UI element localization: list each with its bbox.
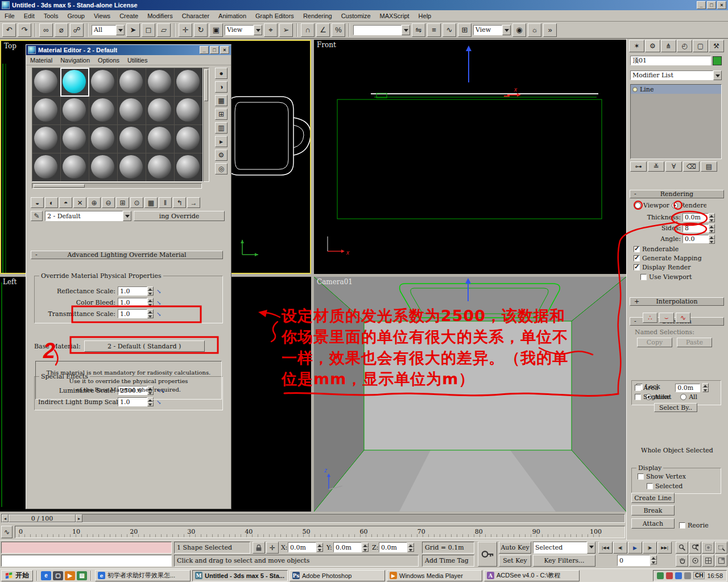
menu-navigation[interactable]: Navigation	[60, 57, 90, 64]
go-forward-sibling-icon[interactable]: →	[187, 197, 200, 208]
reorient-checkbox[interactable]	[679, 522, 685, 529]
material-sample[interactable]	[61, 97, 89, 124]
select-manipulate-icon[interactable]: ➢	[279, 23, 293, 37]
options-icon[interactable]: ⚙	[215, 149, 228, 161]
menu-graph-editors[interactable]: Graph Editors	[255, 13, 294, 19]
renderable-checkbox[interactable]	[634, 246, 640, 252]
quick-render-icon[interactable]: »	[543, 23, 557, 37]
assign-material-icon[interactable]: ◓	[59, 197, 72, 208]
selection-filter-combo[interactable]: All	[92, 25, 125, 35]
maximize-button[interactable]: □	[210, 46, 219, 54]
x-spinner[interactable]	[317, 543, 323, 552]
taskbar-task-acdsee[interactable]: AACDSee v4.0 - C:\教程	[484, 570, 580, 581]
tab-modify-icon[interactable]: ⚙	[645, 40, 660, 52]
quicklaunch-media-icon[interactable]: ▶	[65, 571, 75, 580]
material-sample[interactable]	[89, 125, 117, 153]
quicklaunch-ie-icon[interactable]: e	[41, 571, 51, 580]
configure-stack-icon[interactable]: ▤	[701, 161, 717, 172]
material-sample[interactable]	[118, 125, 146, 153]
unlink-icon[interactable]: ⌀	[55, 23, 68, 37]
tab-create-icon[interactable]: ✶	[629, 40, 644, 52]
track-bar-ruler[interactable]: 0102030405060708090100	[15, 526, 625, 538]
angle-spinner[interactable]	[709, 235, 715, 244]
select-by-button[interactable]: Select By..	[654, 403, 697, 412]
align-icon[interactable]: ≡	[427, 23, 441, 37]
menu-file[interactable]: File	[5, 13, 15, 19]
current-frame-field[interactable]: 0	[617, 555, 650, 566]
tray-icon[interactable]	[666, 572, 673, 579]
transform-typein-icon[interactable]: ✛	[266, 542, 279, 554]
schematic-view-icon[interactable]: ⊞	[458, 23, 471, 37]
quicklaunch-desktop-icon[interactable]: ▢	[53, 571, 63, 580]
go-to-end-icon[interactable]: ▶▶|	[657, 542, 672, 554]
select-rotate-icon[interactable]: ↻	[194, 23, 208, 37]
close-button[interactable]: ×	[220, 46, 229, 54]
viewport-camera[interactable]: Camera01 z	[314, 277, 626, 512]
color-bleed-field[interactable]: 1.0	[118, 298, 147, 307]
attach-button[interactable]: Attach	[631, 518, 675, 529]
y-spinner[interactable]	[362, 543, 369, 552]
reference-coordinate-combo[interactable]: View	[225, 25, 262, 35]
dropdown-arrow-icon[interactable]	[502, 25, 511, 35]
show-vertex-checkbox[interactable]	[638, 473, 644, 480]
viewport-top-label[interactable]: Top	[4, 42, 16, 50]
window-titlebar[interactable]: Untitled - 3ds max 5 - Stand-alone Licen…	[0, 0, 728, 10]
effects-channel-icon[interactable]: ⊙	[130, 197, 143, 208]
material-editor-window[interactable]: Material Editor - 2 - Default _ □ × Mate…	[26, 44, 231, 509]
auto-key-button[interactable]: Auto Key	[499, 542, 531, 554]
segment-end-checkbox[interactable]	[635, 394, 641, 400]
put-to-library-icon[interactable]: ⊞	[116, 197, 129, 208]
material-editor-titlebar[interactable]: Material Editor - 2 - Default _ □ ×	[26, 45, 231, 55]
add-time-tag[interactable]: Add Time Tag	[422, 555, 474, 567]
make-unique-icon[interactable]: ∀	[665, 161, 682, 172]
zoom-region-icon[interactable]	[715, 542, 727, 554]
play-animation-icon[interactable]: ▶	[628, 542, 642, 554]
key-mode-combo[interactable]: Selected	[533, 542, 595, 554]
undo-icon[interactable]: ↶	[2, 23, 16, 37]
menu-utilities[interactable]: Utilities	[127, 57, 147, 64]
object-name-field[interactable]: 顶01	[630, 56, 711, 65]
area-selection-checkbox[interactable]	[635, 385, 641, 391]
y-coordinate-field[interactable]: 0.0m	[333, 542, 362, 552]
curve-editor-icon[interactable]: ∿	[442, 23, 456, 37]
mirror-icon[interactable]: ⇋	[412, 23, 425, 37]
thickness-spinner[interactable]	[709, 213, 715, 222]
set-key-button[interactable]: Set Key	[499, 555, 531, 567]
make-preview-icon[interactable]: ▸	[215, 136, 228, 147]
subobject-segment-icon[interactable]: ⌣	[659, 313, 674, 323]
show-end-result-icon[interactable]: ‖	[159, 197, 172, 208]
menu-group[interactable]: Group	[67, 13, 85, 19]
menu-customize[interactable]: Customize	[341, 13, 371, 19]
material-sample[interactable]	[89, 97, 117, 124]
dropdown-arrow-icon[interactable]	[402, 25, 410, 35]
menu-character[interactable]: Character	[182, 13, 209, 19]
menu-rendering[interactable]: Rendering	[303, 13, 332, 19]
reflectance-field[interactable]: 1.0	[118, 286, 147, 296]
material-sample[interactable]	[118, 97, 146, 124]
quicklaunch-folder-icon[interactable]: ▤	[77, 571, 87, 580]
material-type-button[interactable]: ing Override	[134, 211, 225, 221]
menu-create[interactable]: Create	[119, 13, 138, 19]
material-sample[interactable]	[175, 125, 202, 153]
start-button[interactable]: 开始	[1, 570, 33, 581]
menu-modifiers[interactable]: Modifiers	[147, 13, 173, 19]
curve-arrow-icon[interactable]: ↘	[156, 399, 160, 405]
paste-button[interactable]: Paste	[677, 338, 712, 347]
tab-motion-icon[interactable]: ◴	[677, 40, 692, 52]
show-end-result-icon[interactable]: ≚	[648, 161, 664, 172]
dropdown-arrow-icon[interactable]	[587, 542, 595, 554]
curve-arrow-icon[interactable]: ↘	[156, 311, 160, 317]
sample-hscrollbar[interactable]	[32, 183, 202, 189]
make-unique-icon[interactable]: ⊖	[102, 197, 115, 208]
subobject-vertex-icon[interactable]: ∴	[643, 313, 657, 323]
background-icon[interactable]: ▦	[215, 95, 228, 106]
material-sample[interactable]	[175, 68, 202, 96]
viewport-camera-label[interactable]: Camera01	[317, 278, 353, 286]
menu-tools[interactable]: Tools	[44, 13, 59, 19]
render-scene-icon[interactable]: ☼	[528, 23, 541, 37]
material-sample[interactable]	[175, 97, 202, 124]
tray-icon[interactable]	[684, 572, 691, 579]
transmittance-spinner[interactable]	[147, 309, 154, 318]
percent-snap-icon[interactable]: %	[332, 23, 345, 37]
material-sample[interactable]	[146, 125, 174, 153]
